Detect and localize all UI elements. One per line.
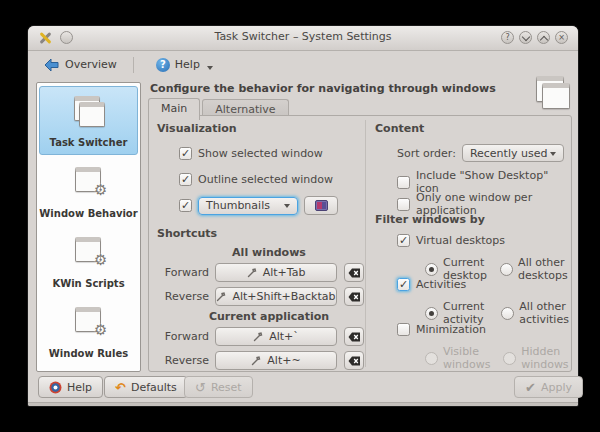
radio-all-other-desktops[interactable] — [500, 263, 513, 276]
titlebar-help-button[interactable]: ? — [501, 31, 514, 44]
wrench-icon — [216, 292, 227, 302]
all-windows-group-title: All windows — [204, 246, 334, 259]
show-selected-window-checkbox[interactable]: ✓ Show selected window — [179, 147, 323, 160]
clear-shortcut-button[interactable] — [344, 327, 364, 346]
sidebar-item-task-switcher[interactable]: Task Switcher — [39, 86, 138, 155]
minimization-radios: Visible windows Hidden windows — [425, 345, 571, 371]
radio-all-other-activities[interactable] — [501, 307, 514, 320]
radio-current-desktop[interactable] — [425, 263, 438, 276]
defaults-icon: ↶ — [115, 381, 126, 394]
window-title: Task Switcher – System Settings — [28, 30, 578, 43]
radio-current-activity[interactable] — [425, 307, 438, 320]
checkbox-checked-icon: ✓ — [179, 173, 192, 186]
backspace-icon — [348, 268, 361, 278]
help-icon: ? — [156, 58, 170, 72]
visualization-section-title: Visualization — [157, 122, 237, 135]
task-switcher-header-icon — [534, 76, 570, 106]
filter-section-title: Filter windows by — [375, 213, 485, 226]
shortcuts-section-title: Shortcuts — [157, 227, 217, 240]
all-windows-reverse-row: Reverse Alt+Shift+Backtab — [157, 287, 364, 306]
virtual-desktops-checkbox[interactable]: ✓ Virtual desktops — [397, 234, 505, 247]
maximize-button[interactable] — [537, 31, 550, 44]
minimize-button[interactable] — [519, 31, 532, 44]
button-bar: Help ↶ Defaults ↺ Reset ✔ Apply — [28, 376, 578, 400]
clear-shortcut-button[interactable] — [344, 287, 364, 306]
sidebar-item-kwin-scripts[interactable]: ⚙ KWin Scripts — [39, 226, 138, 295]
checkbox-unchecked-icon — [397, 198, 410, 211]
activities-checkbox[interactable]: ✓ Activities — [397, 278, 466, 291]
sidebar-item-window-rules[interactable]: ⚙ Window Rules — [39, 296, 138, 365]
toolbar-separator — [133, 57, 134, 73]
lifebuoy-icon — [49, 381, 62, 394]
backspace-icon — [348, 332, 361, 342]
reset-icon: ↺ — [195, 381, 206, 394]
sort-order-combobox[interactable]: Recently used — [462, 144, 564, 162]
back-arrow-icon — [44, 58, 60, 72]
column-divider — [365, 120, 366, 367]
window-gear-icon: ⚙ — [72, 165, 106, 195]
radio-visible-windows — [425, 352, 438, 365]
shortcut-button-reverse-all[interactable]: Alt+Shift+Backtab — [215, 287, 337, 306]
close-button[interactable]: × — [555, 31, 568, 44]
effect-combobox[interactable]: Thumbnails — [198, 197, 298, 215]
minimization-checkbox[interactable]: Minimization — [397, 323, 486, 336]
checkbox-unchecked-icon — [397, 176, 410, 189]
content-section-title: Content — [375, 122, 424, 135]
help-button[interactable]: ? Help — [150, 55, 219, 75]
current-app-forward-row: Forward Alt+` — [157, 327, 364, 346]
tab-main[interactable]: Main — [148, 98, 200, 120]
sidebar-item-window-behavior[interactable]: ⚙ Window Behavior — [39, 156, 138, 225]
system-settings-window: Task Switcher – System Settings ? × Over… — [28, 26, 578, 406]
all-windows-forward-row: Forward Alt+Tab — [157, 263, 364, 282]
checkbox-checked-icon: ✓ — [179, 147, 192, 160]
chevron-down-icon — [207, 66, 213, 70]
chevron-down-icon — [284, 204, 290, 208]
wrench-icon — [251, 356, 262, 366]
defaults-button[interactable]: ↶ Defaults — [104, 376, 188, 398]
overview-button[interactable]: Overview — [38, 55, 123, 75]
shortcut-button-forward-all[interactable]: Alt+Tab — [215, 263, 337, 282]
checkbox-checked-icon: ✓ — [397, 278, 410, 291]
titlebar[interactable]: Task Switcher – System Settings ? × — [28, 26, 578, 51]
checkbox-checked-icon: ✓ — [179, 199, 192, 212]
shortcut-button-forward-app[interactable]: Alt+` — [215, 327, 337, 346]
checkbox-checked-icon: ✓ — [397, 234, 410, 247]
shortcut-button-reverse-app[interactable]: Alt+~ — [215, 351, 337, 370]
backspace-icon — [348, 356, 361, 366]
backspace-icon — [348, 292, 361, 302]
sort-order-label: Sort order: — [397, 147, 456, 160]
effect-enabled-checkbox[interactable]: ✓ Thumbnails — [179, 196, 338, 215]
window-gear-icon: ⚙ — [72, 305, 106, 335]
window-bottom-edge — [28, 402, 578, 406]
current-app-reverse-row: Reverse Alt+~ — [157, 351, 364, 370]
task-switcher-icon — [72, 96, 106, 126]
toolbar: Overview ? Help — [28, 51, 578, 78]
window-gear-icon: ⚙ — [72, 235, 106, 265]
current-application-group-title: Current application — [204, 310, 334, 323]
reset-button: ↺ Reset — [184, 376, 253, 398]
clear-shortcut-button[interactable] — [344, 263, 364, 282]
wrench-icon — [247, 268, 258, 278]
sidebar: Task Switcher ⚙ Window Behavior ⚙ KWin S… — [36, 82, 141, 372]
tab-content: Visualization ✓ Show selected window ✓ O… — [148, 115, 572, 372]
apply-button: ✔ Apply — [514, 376, 583, 398]
wrench-icon — [253, 332, 264, 342]
effect-settings-icon — [315, 200, 328, 211]
radio-hidden-windows — [503, 352, 516, 365]
clear-shortcut-button[interactable] — [344, 351, 364, 370]
overview-label: Overview — [65, 58, 117, 71]
chevron-down-icon — [550, 152, 556, 156]
configure-effect-button[interactable] — [304, 196, 338, 215]
apply-check-icon: ✔ — [525, 381, 536, 394]
outline-selected-window-checkbox[interactable]: ✓ Outline selected window — [179, 173, 333, 186]
checkbox-unchecked-icon — [397, 323, 410, 336]
help-footer-button[interactable]: Help — [38, 376, 103, 398]
page-title: Configure the behavior for navigating th… — [150, 82, 496, 95]
help-label: Help — [175, 58, 200, 71]
sort-order-row: Sort order: Recently used — [397, 144, 564, 162]
